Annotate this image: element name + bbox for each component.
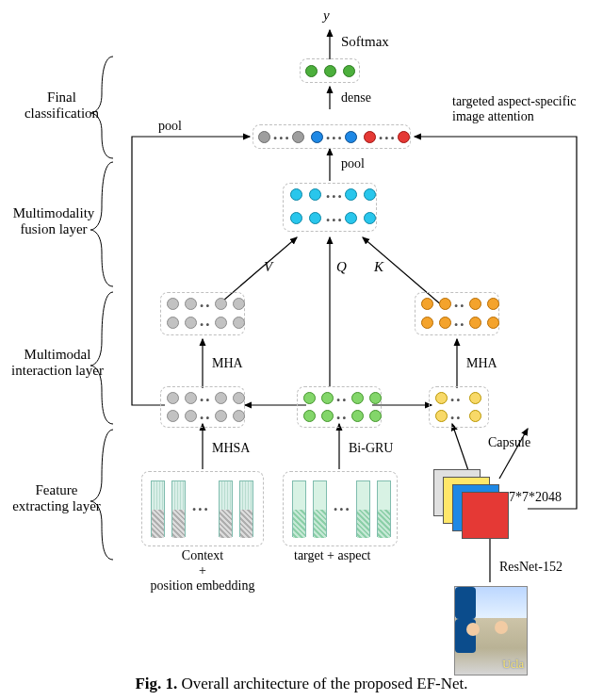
target-aspect-legend: target + aspect: [294, 548, 371, 563]
v-label: V: [264, 259, 272, 275]
text-dot: [185, 298, 197, 310]
context-token-embedding: [219, 480, 233, 537]
image-dot: [421, 317, 433, 329]
target-aspect-embedding: [313, 480, 327, 537]
ellipsis: •••: [326, 191, 344, 203]
image-attention-line2: image attention: [452, 109, 534, 123]
softmax-dot: [343, 65, 355, 77]
input-image-thumbnail: Ucla: [454, 586, 528, 676]
concat-dot-gray: [292, 131, 304, 143]
concat-dot-red: [364, 131, 376, 143]
text-dot: [233, 298, 245, 310]
target-aspect-dot: [321, 392, 334, 404]
layer-label-interaction: Multimodalinteraction layer: [7, 347, 108, 379]
layer-label-interaction-text: Multimodalinteraction layer: [11, 347, 104, 378]
image-dot: [469, 298, 481, 310]
dense-label: dense: [341, 90, 371, 106]
image-dot: [487, 298, 499, 310]
ellipsis: ••: [454, 301, 465, 312]
target-aspect-dot: [321, 410, 334, 422]
capsule-dot: [435, 410, 448, 422]
concat-dot-gray: [258, 131, 270, 143]
figure-caption-text: Overall architecture of the proposed EF-…: [177, 675, 467, 692]
text-dot: [185, 317, 197, 329]
fusion-dot: [345, 212, 357, 224]
concat-dot-red: [398, 131, 410, 143]
layer-label-final-text: Finalclassification: [24, 90, 99, 121]
pool-label-mid: pool: [341, 156, 365, 171]
context-token-embedding: [171, 480, 186, 537]
image-dot: [439, 298, 451, 310]
ellipsis: ••: [454, 319, 465, 331]
image-dot: [487, 317, 499, 329]
pool-label-left: pool: [158, 119, 182, 134]
ellipsis: ••: [200, 413, 211, 424]
fusion-dot: [345, 188, 357, 201]
feature-map-plane: [462, 492, 509, 539]
text-dot: [215, 298, 227, 310]
softmax-label: Softmax: [341, 34, 389, 50]
capsule-dot: [469, 392, 481, 404]
ellipsis: •••: [326, 133, 344, 144]
target-aspect-dot: [369, 392, 382, 404]
photo-watermark: Ucla: [502, 658, 524, 672]
ellipsis: ••: [336, 395, 348, 406]
context-token-embedding: [239, 480, 253, 537]
softmax-dot: [324, 65, 336, 77]
target-aspect-embedding: [356, 480, 370, 537]
target-aspect-embedding: [292, 480, 306, 537]
context-legend-line1: Context: [182, 548, 223, 562]
bigru-label: Bi-GRU: [349, 441, 393, 456]
mhsa-label: MHSA: [212, 441, 250, 456]
ellipsis: •••: [273, 133, 291, 144]
image-attention-label: targeted aspect-specific image attention: [452, 94, 584, 124]
figure-caption-prefix: Fig. 1.: [135, 675, 177, 692]
layer-label-fusion-text: Multimodalityfusion layer: [13, 205, 95, 236]
concat-dot-blue: [311, 131, 323, 143]
image-attention-line1: targeted aspect-specific: [452, 94, 577, 108]
capsule-label: Capsule: [488, 435, 530, 450]
layer-label-feature-text: Featureextracting layer: [12, 482, 101, 513]
text-dot: [167, 298, 179, 310]
fusion-dot: [364, 188, 376, 201]
text-dot: [233, 392, 245, 404]
target-aspect-dot: [351, 392, 364, 404]
concat-dot-blue: [345, 131, 357, 143]
context-legend-plus: +: [199, 563, 206, 578]
output-symbol: y: [323, 8, 330, 24]
context-token-embedding: [151, 480, 165, 537]
fusion-dot: [364, 212, 376, 224]
ellipsis: ••: [200, 395, 211, 406]
target-aspect-dot: [369, 410, 382, 422]
context-legend-line2: position embedding: [151, 578, 255, 593]
fusion-dot: [309, 212, 321, 224]
text-dot: [185, 410, 197, 422]
ellipsis: •••: [326, 215, 344, 226]
target-aspect-embedding: [377, 480, 391, 537]
text-dot: [233, 317, 245, 329]
ellipsis: ••: [450, 413, 462, 424]
ellipsis: •••: [334, 504, 351, 515]
target-aspect-dot: [351, 410, 364, 422]
image-dot: [421, 298, 433, 310]
fusion-dot: [290, 188, 302, 201]
image-dot: [439, 317, 451, 329]
text-dot: [167, 410, 179, 422]
text-dot: [233, 410, 245, 422]
ellipsis: •••: [192, 504, 210, 515]
text-dot: [215, 410, 227, 422]
ellipsis: ••: [200, 319, 211, 331]
figure-caption: Fig. 1. Overall architecture of the prop…: [104, 675, 499, 693]
ellipsis: ••: [450, 395, 462, 406]
target-aspect-dot: [303, 410, 316, 422]
ellipsis: ••: [336, 413, 348, 424]
layer-label-final: Finalclassification: [17, 90, 106, 122]
mha-left-label: MHA: [212, 356, 243, 371]
ellipsis: •••: [379, 133, 397, 144]
k-label: K: [374, 259, 383, 275]
layer-label-feature: Featureextracting layer: [9, 482, 104, 514]
fusion-dot: [309, 188, 321, 201]
capsule-dot: [435, 392, 448, 404]
capsule-dot: [469, 410, 481, 422]
img-dim-label: 7*7*2048: [509, 490, 562, 505]
